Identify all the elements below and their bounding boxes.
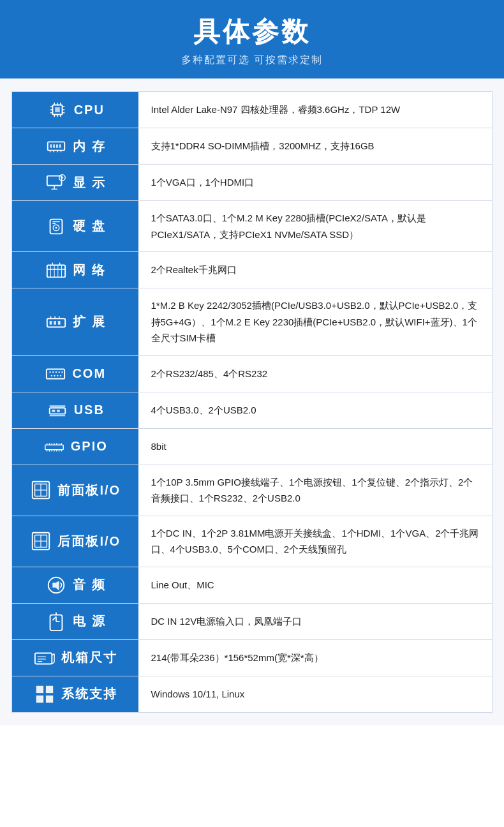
svg-point-51 — [52, 371, 54, 373]
display-icon — [45, 171, 68, 194]
svg-rect-49 — [47, 369, 64, 378]
table-row: CPU Intel Alder Lake-N97 四核处理器，睿频3.6GHz，… — [12, 92, 493, 128]
svg-rect-61 — [57, 410, 60, 412]
svg-rect-101 — [36, 685, 43, 692]
svg-rect-34 — [47, 265, 65, 277]
rear-io-icon — [29, 530, 52, 553]
gpio-icon — [43, 435, 66, 458]
spec-value: 1*M.2 B Key 2242/3052插槽(PCIe/USB3.0+USB2… — [138, 288, 493, 356]
svg-marker-88 — [52, 581, 59, 590]
table-row: 网 络 2个Realtek千兆网口 — [12, 252, 493, 288]
spec-value: DC IN 12V电源输入口，凤凰端子口 — [138, 603, 493, 639]
spec-label: 电 源 — [73, 613, 106, 630]
svg-point-52 — [56, 371, 57, 373]
spec-value: Intel Alder Lake-N97 四核处理器，睿频3.6GHz，TDP … — [138, 92, 493, 128]
svg-rect-60 — [52, 410, 55, 412]
spec-value: 214(带耳朵236）*156*52mm(宽*深*高） — [138, 639, 493, 676]
spec-value: 1个VGA口，1个HDMI口 — [138, 165, 493, 201]
spec-value: Line Out、MIC — [138, 567, 493, 603]
audio-icon — [45, 574, 68, 597]
spec-value: 1个DC IN、1个2P 3.81MM电源开关接线盒、1个HDMI、1个VGA、… — [138, 516, 493, 567]
expansion-icon — [45, 310, 68, 333]
svg-point-54 — [62, 371, 63, 373]
table-row: 音 频 Line Out、MIC — [12, 567, 493, 603]
svg-rect-15 — [50, 144, 52, 148]
svg-point-55 — [51, 375, 52, 376]
svg-rect-104 — [46, 695, 53, 702]
spec-value: 1个10P 3.5mm GPIO接线端子、1个电源按钮、1个复位键、2个指示灯、… — [138, 465, 493, 516]
svg-point-57 — [57, 375, 59, 376]
spec-label: COM — [72, 366, 106, 381]
storage-icon — [45, 215, 68, 238]
spec-label: 后面板I/O — [57, 533, 121, 550]
spec-label: 扩 展 — [73, 313, 106, 331]
svg-rect-103 — [36, 695, 43, 702]
page-title: 具体参数 — [6, 14, 498, 50]
table-row: 电 源 DC IN 12V电源输入口，凤凰端子口 — [12, 603, 493, 639]
spec-value: 支持1*DDR4 SO-DIMM插槽，3200MHZ，支持16GB — [138, 128, 493, 165]
table-row: 显 示 1个VGA口，1个HDMI口 — [12, 165, 493, 201]
spec-value: 1个SATA3.0口、1个M.2 M Key 2280插槽(PCIeX2/SAT… — [138, 201, 493, 252]
spec-label: 网 络 — [73, 262, 106, 279]
svg-rect-16 — [53, 144, 55, 148]
chassis-icon — [33, 646, 56, 669]
svg-point-31 — [56, 227, 57, 228]
svg-rect-17 — [56, 144, 58, 148]
spec-value: 2个Realtek千兆网口 — [138, 252, 493, 288]
spec-table: CPU Intel Alder Lake-N97 四核处理器，睿频3.6GHz，… — [11, 91, 493, 713]
com-icon — [44, 362, 67, 385]
cpu-icon — [46, 98, 69, 121]
svg-rect-43 — [50, 321, 52, 325]
spec-label: USB — [74, 403, 105, 417]
table-row: 系统支持 Windows 10/11, Linux — [12, 676, 493, 712]
spec-label: CPU — [74, 103, 105, 117]
spec-label: 机箱尺寸 — [61, 649, 117, 666]
svg-point-56 — [54, 375, 56, 376]
table-row: 后面板I/O 1个DC IN、1个2P 3.81MM电源开关接线盒、1个HDMI… — [12, 516, 493, 567]
spec-label: GPIO — [71, 439, 108, 454]
table-row: COM 2个RS232/485、4个RS232 — [12, 355, 493, 392]
power-icon — [45, 610, 68, 633]
spec-label: 系统支持 — [61, 685, 117, 703]
svg-rect-18 — [59, 144, 61, 148]
memory-icon — [45, 135, 68, 158]
network-icon — [45, 258, 68, 281]
table-row: 机箱尺寸 214(带耳朵236）*156*52mm(宽*深*高） — [12, 639, 493, 676]
svg-point-53 — [59, 371, 60, 373]
svg-rect-44 — [54, 321, 56, 325]
svg-rect-94 — [35, 653, 52, 664]
spec-label: 硬 盘 — [73, 218, 106, 235]
usb-icon — [46, 399, 69, 422]
table-row: 扩 展 1*M.2 B Key 2242/3052插槽(PCIe/USB3.0+… — [12, 288, 493, 356]
page-subtitle: 多种配置可选 可按需求定制 — [6, 54, 498, 67]
svg-point-58 — [60, 375, 61, 376]
spec-value: 2个RS232/485、4个RS232 — [138, 355, 493, 392]
spec-table-wrapper: CPU Intel Alder Lake-N97 四核处理器，睿频3.6GHz，… — [0, 78, 504, 726]
spec-value: 4个USB3.0、2个USB2.0 — [138, 392, 493, 428]
table-row: GPIO 8bit — [12, 428, 493, 465]
table-row: 硬 盘 1个SATA3.0口、1个M.2 M Key 2280插槽(PCIeX2… — [12, 201, 493, 252]
spec-label: 音 频 — [73, 576, 106, 593]
table-row: USB 4个USB3.0、2个USB2.0 — [12, 392, 493, 428]
svg-rect-64 — [45, 445, 63, 450]
spec-value: 8bit — [138, 428, 493, 465]
table-row: 前面板I/O 1个10P 3.5mm GPIO接线端子、1个电源按钮、1个复位键… — [12, 465, 493, 516]
spec-value: Windows 10/11, Linux — [138, 676, 493, 712]
table-row: 内 存 支持1*DDR4 SO-DIMM插槽，3200MHZ，支持16GB — [12, 128, 493, 165]
svg-point-50 — [50, 371, 51, 373]
front-io-icon — [29, 479, 52, 502]
spec-label: 前面板I/O — [57, 482, 121, 499]
svg-rect-1 — [55, 107, 60, 112]
os-icon — [33, 683, 56, 706]
svg-rect-45 — [58, 321, 61, 325]
spec-label: 内 存 — [73, 138, 106, 155]
svg-rect-102 — [46, 685, 53, 692]
spec-label: 显 示 — [73, 174, 106, 191]
page-header: 具体参数 多种配置可选 可按需求定制 — [0, 0, 504, 78]
